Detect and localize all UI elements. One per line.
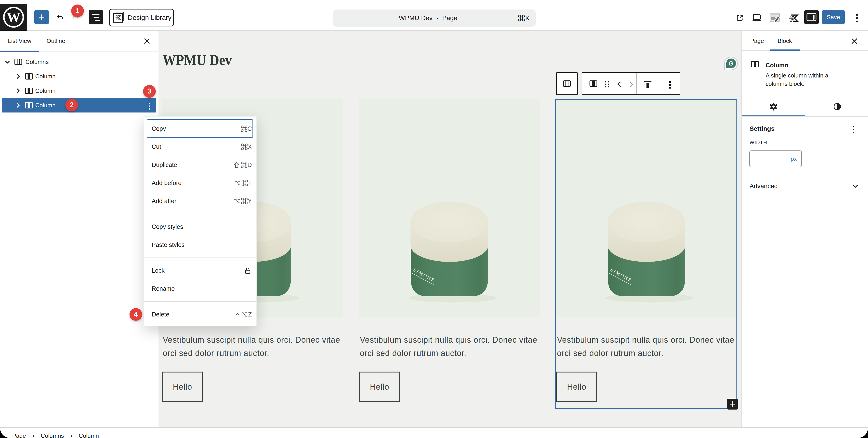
svg-text:W: W xyxy=(7,10,20,25)
